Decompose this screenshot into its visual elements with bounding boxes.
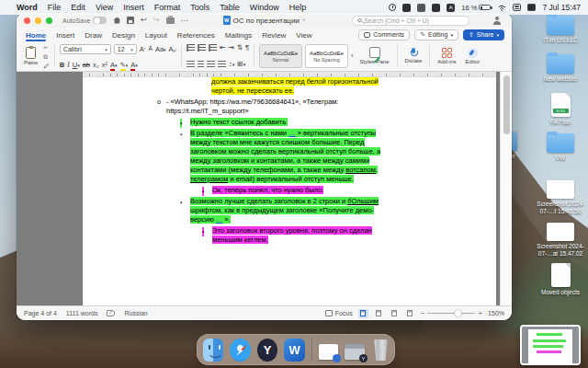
- print-layout-view-button[interactable]: [358, 309, 368, 318]
- tab-draw[interactable]: Draw: [85, 29, 102, 40]
- numbering-icon[interactable]: [198, 44, 206, 52]
- borders-icon[interactable]: ⊞▾: [237, 61, 245, 68]
- font-size-select[interactable]: 12 ▾: [114, 44, 137, 54]
- menu-item-view[interactable]: View: [96, 3, 113, 12]
- desktop-icon-new-website[interactable]: New website: [531, 54, 588, 83]
- paragraph-green-spacing[interactable]: ▪В разделе «Свяжитесь с нами … » вертика…: [190, 129, 393, 184]
- document-page[interactable]: должна заканчиваться перед белой горизон…: [83, 77, 496, 305]
- multilevel-list-icon[interactable]: [209, 44, 217, 52]
- paste-button[interactable]: Paste: [22, 43, 40, 69]
- scrollbar-thumb[interactable]: [503, 75, 510, 134]
- tab-mailings[interactable]: Mailings: [225, 29, 252, 40]
- paragraph-green-heading[interactable]: ▪Возможно лучше сделать заголовок в 2 ст…: [190, 197, 393, 224]
- font-name-select[interactable]: Calibri ▾: [60, 44, 111, 54]
- tab-references[interactable]: References: [177, 29, 215, 40]
- format-painter-icon[interactable]: 🖉: [43, 63, 50, 69]
- battery-indicator[interactable]: 16 %: [461, 4, 491, 12]
- status-app-icon-1[interactable]: [402, 4, 411, 12]
- menu-item-insert[interactable]: Insert: [123, 3, 144, 12]
- editing-mode-button[interactable]: ✎ Editing ▾: [414, 29, 458, 40]
- menu-item-word[interactable]: Word: [17, 3, 38, 12]
- paragraph-contacts[interactable]: o- «WhatsApp: https://wa.me/79636684641»…: [166, 98, 357, 116]
- sort-icon[interactable]: ⇅: [237, 44, 243, 52]
- font-color-2-icon[interactable]: A▾: [130, 62, 138, 69]
- autosave-control[interactable]: AutoSave: [62, 17, 107, 24]
- dictate-button[interactable]: Dictate: [402, 43, 425, 69]
- zoom-in-icon[interactable]: +: [478, 309, 482, 317]
- cut-icon[interactable]: ✂: [43, 44, 50, 52]
- shrink-font-icon[interactable]: A: [149, 46, 153, 52]
- style-no-spacing[interactable]: AaBbCcDdEe No Spacing: [305, 44, 348, 68]
- save-icon[interactable]: [127, 17, 134, 24]
- menu-item-file[interactable]: File: [48, 3, 62, 12]
- increase-indent-icon[interactable]: ⇥: [228, 44, 233, 52]
- copy-icon[interactable]: ⧉: [43, 53, 50, 61]
- page-indicator[interactable]: Page 4 of 4: [24, 310, 57, 316]
- menu-item-tools[interactable]: Tools: [190, 3, 209, 12]
- menu-item-help[interactable]: Help: [289, 3, 307, 12]
- word-count[interactable]: 1111 words: [66, 310, 98, 316]
- dock-minimized-browser-window[interactable]: Y: [345, 344, 365, 360]
- zoom-level[interactable]: 150%: [488, 310, 504, 316]
- superscript-icon[interactable]: x²: [102, 62, 107, 69]
- draft-view-button[interactable]: [405, 309, 415, 318]
- font-color-icon[interactable]: A▾: [110, 62, 118, 69]
- desktop-icon-vw[interactable]: VW: [531, 133, 588, 162]
- zoom-knob[interactable]: [455, 310, 461, 316]
- print-icon[interactable]: [166, 17, 175, 24]
- subscript-icon[interactable]: x₂: [93, 62, 99, 69]
- screenshot-preview-thumbnail[interactable]: [520, 325, 581, 365]
- desktop-icon-it-m-us-llc[interactable]: IT-m US LLC: [531, 16, 588, 44]
- dock-yandex-browser-icon[interactable]: Y: [257, 339, 277, 362]
- comments-button[interactable]: Comments: [358, 29, 410, 40]
- menu-item-edit[interactable]: Edit: [71, 3, 85, 12]
- dock-minimized-document[interactable]: [319, 344, 339, 360]
- language-indicator[interactable]: Russian: [124, 310, 147, 316]
- dock-trash-icon[interactable]: [373, 339, 389, 361]
- desktop-icon-moved-objects[interactable]: Moved objects: [531, 263, 588, 296]
- align-right-icon[interactable]: [207, 61, 215, 68]
- menu-item-table[interactable]: Table: [220, 3, 240, 12]
- zoom-out-icon[interactable]: −: [421, 309, 425, 317]
- italic-icon[interactable]: I: [67, 62, 70, 69]
- justify-icon[interactable]: [218, 61, 226, 68]
- tab-review[interactable]: Review: [262, 29, 286, 40]
- redo-icon[interactable]: ↪: [153, 17, 160, 24]
- clear-formatting-icon[interactable]: A℘: [169, 46, 177, 53]
- paragraph-magenta-heading[interactable]: ▪Это заголовок второго уровня, поэтому о…: [212, 226, 396, 245]
- show-marks-icon[interactable]: ¶: [245, 44, 249, 52]
- strikethrough-icon[interactable]: ab: [83, 62, 90, 69]
- tab-design[interactable]: Design: [112, 29, 135, 40]
- line-spacing-icon[interactable]: ↕▾: [229, 61, 234, 68]
- undo-icon[interactable]: ↩: [141, 17, 147, 24]
- search-input[interactable]: Search (Cmd + Ctrl + U): [352, 16, 469, 26]
- stopwatch-icon[interactable]: [389, 4, 396, 11]
- proofing-status-icon[interactable]: [107, 310, 115, 316]
- chevron-down-icon[interactable]: ˅: [302, 17, 306, 23]
- desktop-icon-fa-plan[interactable]: XLSX FA Plan: [531, 93, 588, 126]
- control-center-icon[interactable]: [513, 4, 521, 11]
- paragraph-green-links[interactable]: ▪Нужно текст ссылок добавить.: [190, 118, 393, 127]
- dock-finder-icon[interactable]: [203, 339, 223, 362]
- document-title[interactable]: ОС по презентации: [233, 17, 300, 25]
- addins-button[interactable]: Add-ins: [435, 43, 458, 69]
- zoom-slider[interactable]: − +: [421, 309, 482, 317]
- zoom-track[interactable]: [427, 313, 475, 315]
- account-icon[interactable]: [492, 17, 501, 25]
- desktop-icon-screenshot-2[interactable]: Screenshot 2024-07-…at 15.47.02: [531, 223, 588, 258]
- status-app-icon-2[interactable]: [417, 4, 425, 12]
- decrease-indent-icon[interactable]: ⇤: [220, 44, 225, 52]
- zoom-window-button[interactable]: [46, 17, 52, 24]
- minimize-window-button[interactable]: [35, 17, 41, 24]
- bullets-icon[interactable]: [187, 44, 195, 52]
- align-left-icon[interactable]: [187, 61, 195, 68]
- document-content[interactable]: должна заканчиваться перед белой горизон…: [83, 77, 496, 247]
- status-app-icon-3[interactable]: [432, 4, 440, 12]
- menu-item-format[interactable]: Format: [154, 3, 181, 12]
- styles-gallery-more-icon[interactable]: ›: [351, 52, 354, 60]
- autosave-toggle[interactable]: [93, 17, 107, 24]
- menu-bar-clock[interactable]: 7 Jul 15:47: [542, 3, 581, 12]
- dock-word-icon[interactable]: W: [284, 339, 304, 362]
- close-window-button[interactable]: [24, 17, 30, 24]
- share-button[interactable]: ⇧ Share ▾: [463, 29, 504, 40]
